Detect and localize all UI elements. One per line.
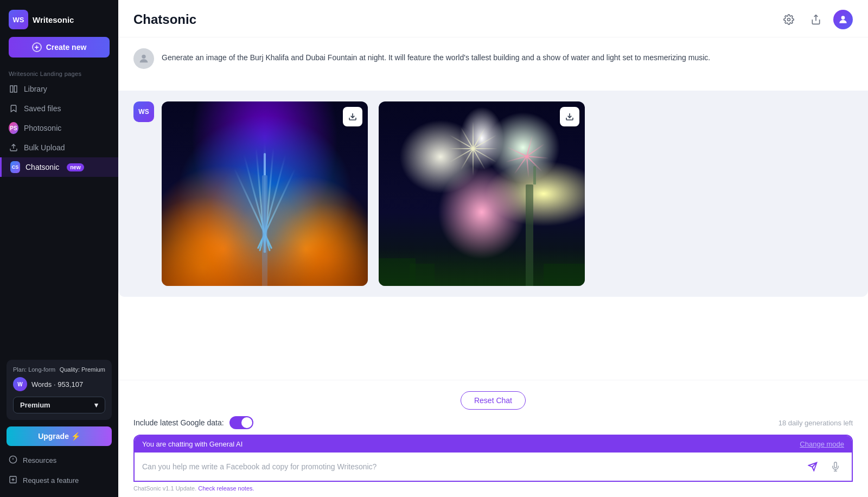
google-toggle-label: Include latest Google data: <box>133 418 224 427</box>
send-icon <box>808 462 818 471</box>
gear-icon <box>783 14 794 25</box>
user-message-avatar <box>133 48 154 69</box>
user-message-text: Generate an image of the Burj Khalifa an… <box>162 52 853 63</box>
sidebar-item-chatsonic-label: Chatsonic <box>25 163 59 171</box>
sidebar-item-library[interactable]: Library <box>0 79 118 99</box>
page-title: Chatsonic <box>133 12 196 27</box>
words-row: W Words · 953,107 <box>13 377 105 391</box>
settings-button[interactable] <box>779 10 799 29</box>
chat-bottom: Reset Chat Include latest Google data: 1… <box>118 380 868 497</box>
chat-input-area <box>135 453 852 481</box>
mic-button[interactable] <box>827 458 844 475</box>
sidebar-item-library-label: Library <box>24 85 47 93</box>
app-name: Writesonic <box>33 15 74 24</box>
svg-rect-0 <box>10 86 13 92</box>
header-actions <box>779 10 853 29</box>
generations-left: 18 daily generations left <box>778 419 853 427</box>
new-badge: new <box>67 163 84 171</box>
plan-label: Plan: Long-form <box>13 366 55 373</box>
ai-message-block: WS <box>118 91 868 297</box>
sidebar-item-saved-files-label: Saved files <box>24 104 61 113</box>
request-feature-label: Request a feature <box>23 476 79 485</box>
ai-message-inner: WS <box>133 101 853 286</box>
change-mode-button[interactable]: Change mode <box>800 440 844 448</box>
sidebar-logo: WS Writesonic <box>0 0 118 37</box>
svg-rect-1 <box>14 86 17 92</box>
plan-info: Plan: Long-form Quality: Premium W Words… <box>7 360 112 420</box>
reset-chat-button[interactable]: Reset Chat <box>461 391 526 410</box>
generated-images-grid <box>162 101 853 286</box>
premium-select[interactable]: Premium ▾ <box>13 397 105 413</box>
chat-messages: Generate an image of the Burj Khalifa an… <box>118 37 868 91</box>
toggle-knob <box>241 417 252 428</box>
download-image-1-button[interactable] <box>343 107 362 126</box>
svg-point-9 <box>788 18 790 21</box>
share-button[interactable] <box>806 10 826 29</box>
generated-image-1 <box>162 101 368 286</box>
sidebar-item-bulk-upload[interactable]: Bulk Upload <box>0 138 118 157</box>
book-icon <box>9 84 18 94</box>
chat-mode-label: You are chatting with General AI <box>142 440 242 448</box>
words-count: Words · 953,107 <box>31 380 83 388</box>
mic-icon <box>831 462 840 471</box>
sidebar-item-chatsonic[interactable]: CS Chatsonic new <box>0 157 118 177</box>
send-button[interactable] <box>804 458 821 475</box>
resources-icon <box>9 455 17 466</box>
sidebar-item-photosonic-label: Photosonic <box>24 124 61 132</box>
svg-point-12 <box>142 55 145 59</box>
chat-options-row: Include latest Google data: 18 daily gen… <box>118 416 868 435</box>
user-message: Generate an image of the Burj Khalifa an… <box>133 48 853 69</box>
resources-label: Resources <box>23 456 56 464</box>
sidebar-bottom: Plan: Long-form Quality: Premium W Words… <box>0 353 118 497</box>
share-icon <box>810 14 821 25</box>
premium-label: Premium <box>20 401 50 409</box>
plus-circle-icon: + <box>32 42 42 52</box>
check-release-notes-link[interactable]: Check release notes. <box>198 485 254 492</box>
generated-image-2 <box>379 101 585 286</box>
reset-chat-row: Reset Chat <box>118 387 868 416</box>
sidebar: WS Writesonic + Create new Writesonic La… <box>0 0 118 497</box>
photosonic-icon: PS <box>9 123 18 133</box>
chat-footer-note: ChatSonic v1.1 Update. Check release not… <box>118 482 868 497</box>
user-message-content: Generate an image of the Burj Khalifa an… <box>162 48 853 69</box>
main-header: Chatsonic <box>118 0 868 37</box>
logo-icon: WS <box>9 10 28 29</box>
ws-avatar: WS <box>133 101 154 122</box>
feature-icon <box>9 475 17 486</box>
sidebar-item-request-feature[interactable]: Request a feature <box>0 470 118 490</box>
google-toggle-row: Include latest Google data: <box>133 416 253 429</box>
user-avatar[interactable] <box>833 10 853 29</box>
plan-row: Plan: Long-form Quality: Premium <box>13 366 105 373</box>
quality-label: Quality: Premium <box>60 366 105 373</box>
sidebar-item-saved-files[interactable]: Saved files <box>0 99 118 118</box>
download-image-2-button[interactable] <box>560 107 579 126</box>
chat-mode-banner: You are chatting with General AI Change … <box>135 436 852 453</box>
upgrade-button[interactable]: Upgrade ⚡ <box>7 426 112 446</box>
google-toggle[interactable] <box>229 416 253 429</box>
sidebar-item-photosonic[interactable]: PS Photosonic <box>0 118 118 138</box>
chat-input-wrapper: You are chatting with General AI Change … <box>133 435 853 482</box>
chatsonic-icon: CS <box>10 162 20 172</box>
sidebar-item-resources[interactable]: Resources <box>0 450 118 470</box>
create-new-button[interactable]: + Create new <box>9 37 110 58</box>
bulk-upload-icon <box>9 143 18 152</box>
bookmark-icon <box>9 104 18 113</box>
sidebar-item-bulk-upload-label: Bulk Upload <box>24 143 65 152</box>
chevron-down-icon: ▾ <box>94 401 98 409</box>
main-content: Chatsonic Generate an image of the Burj … <box>118 0 868 497</box>
sidebar-section-label: Writesonic Landing pages <box>0 66 118 79</box>
svg-point-11 <box>841 16 845 20</box>
chat-area: Generate an image of the Burj Khalifa an… <box>118 37 868 380</box>
words-icon: W <box>13 377 27 391</box>
chat-input[interactable] <box>142 462 799 471</box>
